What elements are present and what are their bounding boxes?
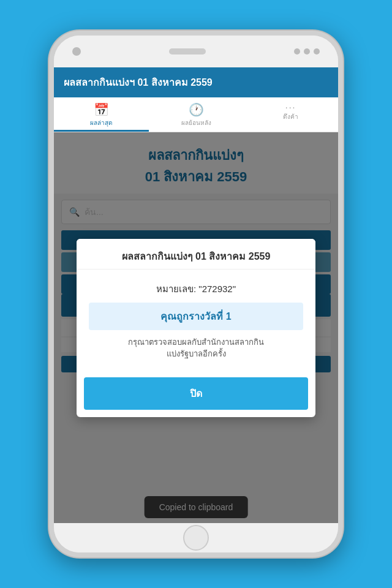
modal-verify-text: กรุณาตรวจสอบผลกับสำนักงานสลากกินแบ่งรัฐบ… xyxy=(128,337,264,359)
phone-camera xyxy=(72,47,81,56)
app-header-title: ผลสลากกินแบ่งฯ 01 สิงหาคม 2559 xyxy=(64,77,213,88)
modal-box: ผลสลากกินแบ่งๆ 01 สิงหาคม 2559 หมายเลข: … xyxy=(77,239,315,417)
modal-overlay[interactable]: ผลสลากกินแบ่งๆ 01 สิงหาคม 2559 หมายเลข: … xyxy=(54,132,338,523)
modal-verify-row: กรุณาตรวจสอบผลกับสำนักงานสลากกินแบ่งรัฐบ… xyxy=(89,333,303,364)
modal-number-row: หมายเลข: "272932" xyxy=(89,278,303,300)
calendar-icon: 📅 xyxy=(94,102,109,117)
clock-icon: 🕐 xyxy=(189,102,204,117)
tab-history[interactable]: 🕐 ผลย้อนหลัง xyxy=(149,97,244,132)
tab-bar: 📅 ผลล่าสุด 🕐 ผลย้อนหลัง ··· ดึงค้า xyxy=(54,97,338,132)
phone-dot xyxy=(304,48,310,55)
modal-title: ผลสลากกินแบ่งๆ 01 สิงหาคม 2559 xyxy=(77,239,315,270)
phone-top-bar xyxy=(54,36,338,67)
home-button[interactable] xyxy=(183,525,209,551)
tab-history-label: ผลย้อนหลัง xyxy=(181,118,211,127)
modal-prize-row: คุณถูกรางวัลที่ 1 xyxy=(89,303,303,330)
phone-bottom-bar xyxy=(54,523,338,552)
more-dots-icon: ··· xyxy=(285,102,296,112)
tab-more[interactable]: ··· ดึงค้า xyxy=(243,97,338,132)
tab-latest[interactable]: 📅 ผลล่าสุด xyxy=(54,97,149,132)
phone-dots xyxy=(294,48,320,55)
modal-close-button[interactable]: ปิด xyxy=(84,377,308,410)
phone-dot xyxy=(314,48,320,55)
tab-latest-label: ผลล่าสุด xyxy=(90,118,113,127)
modal-body: หมายเลข: "272932" คุณถูกรางวัลที่ 1 กรุณ… xyxy=(77,270,315,372)
screen-content: ผลสลากกินแบ่งๆ 01 สิงหาคม 2559 🔍 ค้น... … xyxy=(54,132,338,523)
tab-more-label: ดึงค้า xyxy=(283,112,298,121)
phone-frame: ผลสลากกินแบ่งฯ 01 สิงหาคม 2559 📅 ผลล่าสุ… xyxy=(49,31,343,557)
app-header: ผลสลากกินแบ่งฯ 01 สิงหาคม 2559 xyxy=(54,67,338,97)
phone-speaker xyxy=(169,48,206,55)
phone-screen: ผลสลากกินแบ่งฯ 01 สิงหาคม 2559 📅 ผลล่าสุ… xyxy=(54,67,338,523)
phone-dot xyxy=(294,48,300,55)
